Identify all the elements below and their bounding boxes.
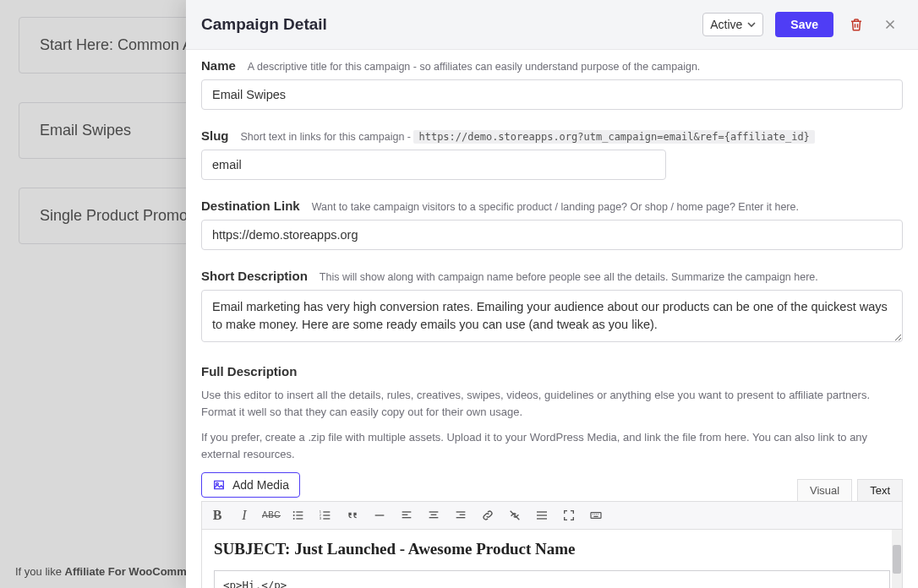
svg-rect-25 (537, 518, 547, 519)
quote-icon (346, 509, 359, 522)
align-left-icon (400, 509, 413, 522)
add-media-button[interactable]: Add Media (201, 472, 300, 498)
destination-input[interactable] (201, 220, 903, 250)
panel-header: Campaign Detail Active Save (186, 0, 918, 50)
svg-rect-13 (375, 514, 385, 515)
short-desc-hint: This will show along with campaign name … (320, 271, 818, 283)
svg-rect-18 (431, 514, 437, 514)
numbered-list-icon: 123 (319, 509, 332, 522)
tab-text[interactable]: Text (857, 479, 903, 501)
editor-tabs: Visual Text (797, 479, 903, 501)
svg-rect-16 (402, 517, 412, 518)
svg-rect-8 (323, 511, 330, 512)
blockquote-button[interactable] (344, 507, 361, 524)
svg-point-5 (293, 518, 295, 520)
short-desc-input[interactable]: Email marketing has very high conversion… (201, 290, 903, 342)
svg-rect-2 (296, 511, 303, 512)
media-icon (212, 478, 226, 492)
hr-icon (373, 509, 386, 522)
panel-body: Name A descriptive title for this campai… (186, 50, 918, 588)
name-hint: A descriptive title for this campaign - … (248, 61, 700, 73)
status-select[interactable]: Active (702, 13, 763, 36)
align-center-icon (427, 509, 440, 522)
numbered-list-button[interactable]: 123 (317, 507, 334, 524)
hr-button[interactable] (371, 507, 388, 524)
slug-input[interactable] (201, 150, 666, 180)
name-field: Name A descriptive title for this campai… (201, 58, 903, 110)
svg-rect-26 (591, 512, 601, 518)
svg-rect-23 (537, 511, 547, 512)
editor-subject-line: SUBJECT: Just Launched - Awesome Product… (214, 540, 890, 558)
keyboard-button[interactable] (587, 507, 604, 524)
slug-label: Slug (201, 128, 229, 143)
svg-rect-17 (429, 511, 439, 512)
campaign-detail-panel: Campaign Detail Active Save Name A descr… (186, 0, 918, 588)
svg-rect-14 (402, 511, 412, 512)
bullet-list-icon (292, 509, 305, 522)
bold-button[interactable]: B (209, 507, 226, 524)
close-button[interactable] (879, 14, 901, 35)
svg-rect-6 (296, 518, 303, 519)
svg-text:3: 3 (320, 516, 322, 520)
svg-rect-21 (460, 514, 466, 514)
chevron-down-icon (747, 20, 756, 29)
slug-hint: Short text in links for this campaign - … (241, 131, 815, 143)
svg-rect-19 (429, 517, 439, 518)
svg-rect-22 (456, 517, 466, 518)
read-more-icon (535, 509, 549, 522)
align-center-button[interactable] (425, 507, 442, 524)
full-desc-label: Full Description (201, 364, 297, 378)
name-input[interactable] (201, 79, 903, 110)
link-icon (481, 509, 495, 522)
page-title: Campaign Detail (201, 15, 691, 34)
full-desc-help-1: Use this editor to insert all the detail… (201, 387, 903, 421)
scrollbar-thumb[interactable] (893, 545, 901, 574)
delete-button[interactable] (845, 14, 867, 35)
link-button[interactable] (479, 507, 496, 524)
short-desc-field: Short Description This will show along w… (201, 269, 903, 346)
fullscreen-icon (562, 509, 576, 522)
unlink-icon (508, 509, 522, 522)
save-button[interactable]: Save (775, 12, 833, 37)
align-right-icon (454, 509, 467, 522)
svg-rect-24 (537, 514, 547, 515)
italic-button[interactable]: I (236, 507, 253, 524)
destination-label: Destination Link (201, 199, 300, 213)
svg-rect-20 (456, 511, 466, 512)
fullscreen-button[interactable] (560, 507, 577, 524)
full-desc-field: Full Description Use this editor to inse… (201, 364, 903, 588)
read-more-button[interactable] (533, 507, 550, 524)
editor-code-block[interactable]: <p>Hi,</p> <p>Want to {your product's ma… (214, 570, 890, 588)
name-label: Name (201, 58, 236, 73)
editor-body[interactable]: SUBJECT: Just Launched - Awesome Product… (201, 530, 903, 588)
svg-rect-15 (402, 514, 408, 514)
svg-point-1 (293, 511, 295, 513)
editor-scrollbar[interactable] (892, 530, 902, 588)
strike-button[interactable]: ABC (263, 507, 280, 524)
tab-visual[interactable]: Visual (797, 479, 852, 501)
align-right-button[interactable] (452, 507, 469, 524)
editor-toolbar: B I ABC 123 (201, 501, 903, 530)
svg-rect-4 (296, 514, 303, 515)
keyboard-icon (589, 509, 603, 522)
short-desc-label: Short Description (201, 269, 308, 283)
align-left-button[interactable] (398, 507, 415, 524)
svg-rect-10 (323, 514, 330, 515)
full-desc-help-2: If you prefer, create a .zip file with m… (201, 429, 903, 463)
unlink-button[interactable] (506, 507, 523, 524)
slug-field: Slug Short text in links for this campai… (201, 128, 903, 180)
destination-hint: Want to take campaign visitors to a spec… (312, 201, 799, 213)
bullet-list-button[interactable] (290, 507, 307, 524)
svg-rect-12 (323, 518, 330, 519)
trash-icon (849, 17, 864, 32)
svg-point-3 (293, 514, 295, 516)
destination-field: Destination Link Want to take campaign v… (201, 199, 903, 250)
close-icon (882, 17, 898, 32)
